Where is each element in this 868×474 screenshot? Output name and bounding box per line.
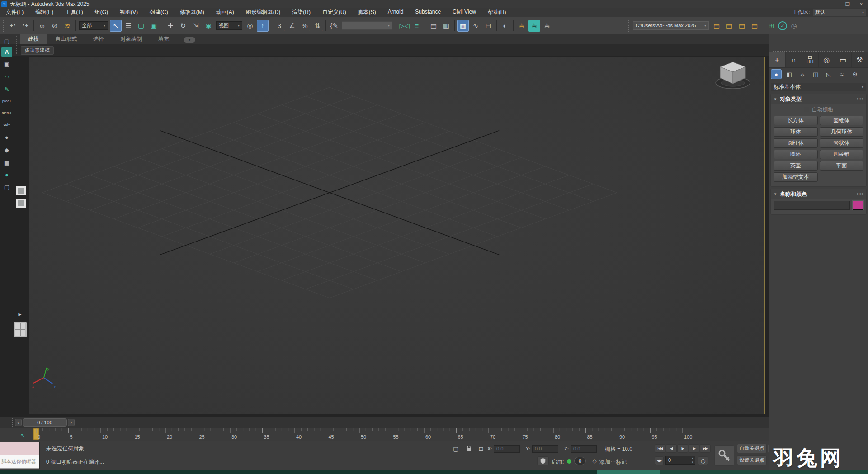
placement-icon[interactable]: ◉ (203, 20, 214, 32)
ribbon-tab-2[interactable]: 自由形式 (47, 34, 85, 44)
tab-motion[interactable]: ◎ (819, 52, 835, 67)
named-selection-sets-icon[interactable]: {✎ (328, 20, 340, 32)
z-coordinate-field[interactable]: 0.0 (571, 445, 597, 453)
menu-item-4[interactable]: 视图(V) (114, 8, 144, 17)
select-move-icon[interactable]: ✚ (165, 20, 176, 32)
snap-3d-icon[interactable]: 3 (274, 20, 285, 32)
set-keys-button[interactable] (714, 445, 734, 466)
perspective-viewport[interactable]: x y z (29, 57, 765, 414)
polygon-modeling-panel[interactable]: 多边形建模 (21, 46, 54, 55)
mirror-icon[interactable]: ▷◁ (398, 20, 410, 32)
next-frame-button[interactable]: |▶ (689, 444, 699, 453)
category-cameras[interactable]: ◫ (810, 69, 821, 79)
curve-editor-icon[interactable]: ∿ (470, 20, 481, 32)
add-time-tag-button[interactable]: 添加⋯标记 (599, 458, 627, 466)
menu-item-13[interactable]: Substance (409, 8, 447, 17)
menu-item-15[interactable]: 帮助(H) (482, 8, 512, 17)
scene-security-shield-icon[interactable] (537, 456, 549, 465)
rendered-frame-icon[interactable]: ☕ (528, 20, 540, 32)
view-cube[interactable] (709, 57, 756, 92)
next-frame-arrow[interactable]: › (68, 419, 75, 426)
frame-spinner[interactable]: ▲▼ (691, 456, 694, 465)
select-rotate-icon[interactable]: ↻ (177, 20, 189, 32)
category-geometry[interactable]: ● (771, 69, 782, 79)
menu-item-3[interactable]: 组(G) (89, 8, 114, 17)
minimize-button[interactable]: — (827, 0, 841, 8)
isolate-selection-icon[interactable]: ▢ (450, 445, 461, 453)
obj-torus-button[interactable]: 圆环 (774, 150, 818, 159)
scene-check-icon[interactable]: ✓ (778, 21, 787, 30)
menu-item-0[interactable]: 文件(F) (0, 8, 29, 17)
window-plain-icon[interactable]: ▢ (1, 182, 12, 192)
ribbon-tab-3[interactable]: 选择 (85, 34, 112, 44)
ribbon-toggle-icon[interactable]: ▦ (457, 20, 469, 32)
layer-explorer-icon[interactable]: ▤ (428, 20, 439, 32)
percent-snap-icon[interactable]: % (299, 20, 311, 32)
scene-window-icon[interactable]: ▣ (1, 59, 12, 69)
mini-curve-editor-button[interactable]: ∿ (18, 431, 27, 439)
menu-item-10[interactable]: 自定义(U) (316, 8, 352, 17)
category-systems[interactable]: ⚙ (849, 69, 860, 79)
expand-rail-button[interactable]: ▶ (17, 311, 23, 318)
listener-macro-line[interactable] (0, 442, 39, 455)
workspace-dropdown[interactable]: 默认 ▾ (813, 9, 866, 16)
y-coordinate-field[interactable]: 0.0 (532, 445, 558, 453)
menu-item-6[interactable]: 修改器(M) (174, 8, 210, 17)
go-to-start-button[interactable]: |◀◀ (655, 444, 665, 453)
object-color-swatch[interactable] (853, 201, 863, 210)
alem-plus-button[interactable]: alem+ (1, 108, 12, 118)
proc-plus-button[interactable]: proc+ (1, 96, 12, 106)
absolute-mode-icon[interactable]: ⊡ (476, 445, 486, 453)
obj-tube-button[interactable]: 管状体 (820, 138, 864, 148)
select-object-icon[interactable]: ↖ (110, 20, 122, 32)
menu-item-5[interactable]: 创建(C) (144, 8, 174, 17)
toolbar-grip[interactable] (628, 20, 630, 32)
category-shapes[interactable]: ◧ (784, 69, 795, 79)
x-coordinate-field[interactable]: 0.0 (494, 445, 520, 453)
category-helpers[interactable]: ◺ (823, 69, 834, 79)
tab-utilities[interactable]: ⚒ (852, 52, 868, 67)
diamond-tool-icon[interactable]: ◆ (1, 145, 12, 155)
listener-script-line[interactable]: 脚本迷你侦听器 (0, 455, 39, 469)
selection-lock-icon[interactable] (465, 444, 473, 453)
category-lights[interactable]: ☼ (797, 69, 808, 79)
time-slider[interactable]: 0 / 100 (23, 418, 67, 427)
tab-display[interactable]: ▭ (835, 52, 852, 67)
obj-pyramid-button[interactable]: 四棱锥 (820, 150, 864, 159)
angle-snap-icon[interactable]: ∠ (286, 20, 298, 32)
scene-explorer-icon[interactable]: ▥ (440, 20, 452, 32)
menu-item-7[interactable]: 动画(A) (210, 8, 240, 17)
select-scale-icon[interactable]: ⇲ (190, 20, 202, 32)
tab-create[interactable]: + (769, 52, 786, 67)
window-grid-icon[interactable]: ▦ (1, 157, 12, 167)
select-by-name-icon[interactable]: ☰ (123, 20, 134, 32)
ribbon-tab-5[interactable]: 填充 (150, 34, 177, 44)
dock-corner-icon[interactable] (16, 199, 26, 208)
menu-item-9[interactable]: 渲染(R) (286, 8, 316, 17)
object-name-field[interactable] (774, 201, 850, 210)
redo-icon[interactable]: ↷ (19, 20, 31, 32)
primitives-dropdown[interactable]: 标准基本体 ▾ (771, 83, 866, 91)
teal-sphere-icon[interactable]: ● (1, 170, 12, 180)
pivot-center-icon[interactable]: ◎ (244, 20, 256, 32)
go-to-end-button[interactable]: ▶▶| (700, 444, 711, 453)
menu-item-8[interactable]: 图形编辑器(D) (240, 8, 287, 17)
shape-tools-icon[interactable]: ▱ (1, 71, 12, 81)
spinner-snap-icon[interactable]: ⇅ (311, 20, 323, 32)
selection-filter-dropdown[interactable]: 全部▾ (79, 21, 108, 30)
name-color-header[interactable]: ▼ 名称和颜色 ∷∷ (771, 189, 866, 199)
viewport-layout-tabs-button[interactable] (14, 322, 27, 337)
panel-window-icon[interactable]: ▢ (1, 36, 12, 46)
round-tool-icon[interactable]: ● (1, 132, 12, 142)
track-bar[interactable]: 0510152025303540455055606570758085909510… (0, 428, 769, 441)
object-type-header[interactable]: ▼ 对象类型 ∷∷ (771, 94, 866, 104)
material-editor-icon[interactable]: ◐ (499, 20, 511, 32)
render-setup-icon[interactable]: ☕ (516, 20, 528, 32)
history-icon[interactable]: ◷ (788, 20, 800, 32)
menu-item-14[interactable]: Civil View (447, 8, 482, 17)
annotate-a-icon[interactable]: A (1, 47, 12, 57)
align-icon[interactable]: ≡ (411, 20, 423, 32)
previous-frame-arrow[interactable]: ‹ (15, 419, 22, 426)
toolbar-grip[interactable] (3, 20, 5, 32)
obj-cylinder-button[interactable]: 圆柱体 (774, 138, 818, 148)
